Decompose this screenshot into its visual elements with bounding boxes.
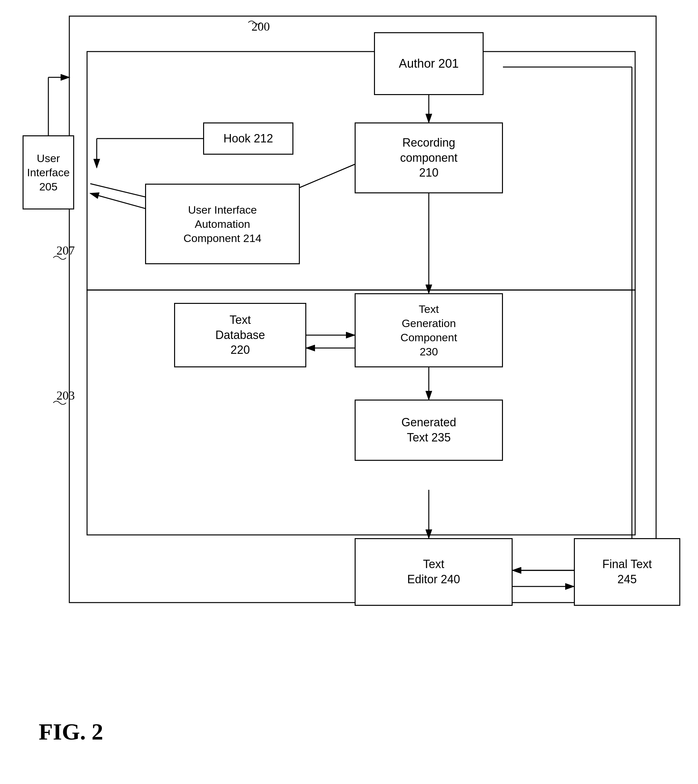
svg-text:207: 207 [56, 244, 75, 257]
recording-box: Recordingcomponent210 [355, 122, 503, 193]
svg-text:203: 203 [56, 389, 75, 402]
author-box: Author 201 [374, 32, 483, 95]
text-gen-box: TextGenerationComponent230 [355, 293, 503, 367]
svg-text:200: 200 [251, 20, 270, 33]
user-interface-box: UserInterface205 [23, 135, 74, 209]
final-text-box: Final Text245 [574, 538, 680, 606]
uia-box: User InterfaceAutomationComponent 214 [145, 184, 300, 264]
figure-label: FIG. 2 [39, 718, 103, 745]
hook-box: Hook 212 [203, 122, 294, 155]
generated-text-box: GeneratedText 235 [355, 400, 503, 461]
text-database-box: TextDatabase220 [174, 303, 306, 367]
diagram-container: 200 207 203 Author 201 UserInterface205 … [19, 13, 683, 722]
text-editor-box: TextEditor 240 [355, 538, 513, 606]
arrows-svg: 200 207 203 [19, 13, 683, 722]
